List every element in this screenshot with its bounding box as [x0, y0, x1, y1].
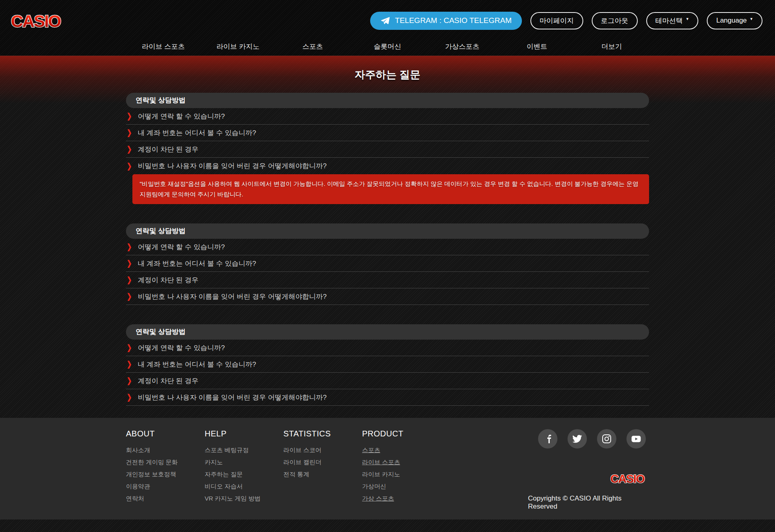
- chevron-right-icon: ❯: [127, 161, 132, 171]
- chevron-right-icon: ❯: [127, 275, 132, 285]
- chevron-right-icon: ❯: [127, 292, 132, 301]
- footer-link[interactable]: 회사소개: [126, 446, 150, 453]
- faq-question[interactable]: ❯ 어떻게 연락 할 수 있습니까?: [126, 340, 649, 356]
- nav-more[interactable]: 더보기: [574, 39, 649, 56]
- facebook-icon[interactable]: [538, 429, 557, 449]
- footer-link[interactable]: 가상머신: [362, 483, 386, 490]
- footer-link[interactable]: 연락처: [126, 495, 144, 502]
- telegram-button[interactable]: TELEGRAM : CASIO TELEGRAM: [370, 12, 522, 30]
- svg-text:CASIO: CASIO: [610, 472, 645, 485]
- faq-section-2: 연락및 상담방법 ❯ 어떻게 연락 할 수 있습니까? ❯ 내 계좌 번호는 어…: [126, 223, 649, 305]
- faq-question[interactable]: ❯ 비밀번호 나 사용자 이름을 잊어 버린 경우 어떻게해야합니까?: [126, 389, 649, 406]
- telegram-button-label: TELEGRAM : CASIO TELEGRAM: [395, 16, 512, 25]
- faq-question-text: 어떻게 연락 할 수 있습니까?: [138, 343, 225, 353]
- twitter-icon[interactable]: [568, 429, 587, 449]
- faq-answer-box: "비밀번호 재설정"옵션을 사용하여 웹 사이트에서 변경이 가능합니다. 이메…: [132, 174, 649, 204]
- main-nav: 라이브 스포츠 라이브 카지노 스포츠 슬롯머신 가상스포츠 이벤트 더보기: [126, 39, 649, 56]
- faq-question-text: 비밀번호 나 사용자 이름을 잊어 버린 경우 어떻게해야합니까?: [138, 161, 327, 171]
- logout-button[interactable]: 로그아웃: [592, 12, 638, 29]
- chevron-right-icon: ❯: [127, 242, 132, 252]
- footer-link[interactable]: VR 카지노 게임 방법: [205, 495, 260, 502]
- faq-section-header: 연락및 상담방법: [126, 324, 649, 340]
- faq-question[interactable]: ❯ 계정이 차단 된 경우: [126, 141, 649, 158]
- footer-link[interactable]: 가상 스포츠: [362, 495, 394, 502]
- footer-link[interactable]: 라이브 스코어: [283, 446, 321, 453]
- faq-question-text: 계정이 차단 된 경우: [138, 275, 199, 285]
- footer-column-about: ABOUT 회사소개 건전한 게이밍 문화 개인정보 보호정책 이용약관 연락처: [126, 429, 205, 511]
- faq-section-header: 연락및 상담방법: [126, 223, 649, 239]
- footer-link[interactable]: 라이브 스포츠: [362, 459, 400, 465]
- faq-question-expanded[interactable]: ❯ 비밀번호 나 사용자 이름을 잊어 버린 경우 어떻게해야합니까?: [126, 158, 649, 174]
- chevron-right-icon: ❯: [127, 343, 132, 353]
- nav-sports[interactable]: 스포츠: [275, 39, 350, 56]
- chevron-right-icon: ❯: [127, 376, 132, 386]
- footer-column-statistics: STATISTICS 라이브 스코어 라이브 캘린더 전적 통계: [283, 429, 362, 511]
- copyright-text: Copyrights © CASIO All Rights Reserved: [528, 494, 649, 511]
- chevron-right-icon: ❯: [127, 393, 132, 402]
- language-button[interactable]: Language ▼: [707, 12, 762, 29]
- footer-link[interactable]: 이용약관: [126, 483, 150, 490]
- footer-link[interactable]: 스포츠: [362, 446, 380, 453]
- footer-heading: ABOUT: [126, 429, 205, 438]
- footer-link[interactable]: 라이브 캘린더: [283, 459, 321, 465]
- footer-heading: HELP: [205, 429, 283, 438]
- footer-link[interactable]: 스포츠 베팅규정: [205, 446, 249, 453]
- faq-section-header: 연락및 상담방법: [126, 93, 649, 108]
- mypage-button[interactable]: 마이페이지: [530, 12, 583, 29]
- chevron-right-icon: ❯: [127, 145, 132, 154]
- faq-question-text: 내 계좌 번호는 어디서 볼 수 있습니까?: [138, 259, 256, 268]
- nav-virtual-sports[interactable]: 가상스포츠: [425, 39, 500, 56]
- faq-question[interactable]: ❯ 계정이 차단 된 경우: [126, 272, 649, 288]
- faq-question[interactable]: ❯ 내 계좌 번호는 어디서 볼 수 있습니까?: [126, 356, 649, 373]
- social-links: [528, 429, 649, 449]
- chevron-right-icon: ❯: [127, 360, 132, 369]
- caret-down-icon: ▼: [686, 17, 689, 21]
- footer-column-product: PRODUCT 스포츠 라이브 스포츠 라이브 카지노 가상머신 가상 스포츠: [362, 429, 441, 511]
- footer-link[interactable]: 건전한 게이밍 문화: [126, 459, 178, 465]
- faq-container: 연락및 상담방법 ❯ 어떻게 연락 할 수 있습니까? ❯ 내 계좌 번호는 어…: [126, 93, 649, 406]
- brand-logo-graphic: CASIO: [10, 9, 64, 32]
- page-title: 자주하는 질문: [0, 56, 775, 69]
- footer-link[interactable]: 개인정보 보호정책: [126, 471, 176, 478]
- faq-question-text: 계정이 차단 된 경우: [138, 376, 199, 386]
- footer-heading: PRODUCT: [362, 429, 441, 438]
- faq-question-text: 어떻게 연락 할 수 있습니까?: [138, 242, 225, 252]
- nav-slot-machine[interactable]: 슬롯머신: [350, 39, 425, 56]
- chevron-right-icon: ❯: [127, 112, 132, 121]
- theme-select-label: 테마선택: [656, 16, 683, 25]
- faq-question-text: 내 계좌 번호는 어디서 볼 수 있습니까?: [138, 128, 256, 138]
- nav-events[interactable]: 이벤트: [500, 39, 574, 56]
- faq-section-3: 연락및 상담방법 ❯ 어떻게 연락 할 수 있습니까? ❯ 내 계좌 번호는 어…: [126, 324, 649, 406]
- footer-link[interactable]: 라이브 카지노: [362, 471, 400, 478]
- caret-down-icon: ▼: [750, 17, 753, 21]
- theme-select-button[interactable]: 테마선택 ▼: [646, 12, 699, 29]
- faq-question[interactable]: ❯ 비밀번호 나 사용자 이름을 잊어 버린 경우 어떻게해야합니까?: [126, 288, 649, 305]
- faq-question[interactable]: ❯ 내 계좌 번호는 어디서 볼 수 있습니까?: [126, 255, 649, 272]
- site-footer: ABOUT 회사소개 건전한 게이밍 문화 개인정보 보호정책 이용약관 연락처…: [0, 418, 775, 519]
- site-header: CASIO TELEGRAM : CASIO TELEGRAM 마이페이지 로그…: [0, 0, 775, 56]
- chevron-right-icon: ❯: [127, 259, 132, 268]
- faq-question[interactable]: ❯ 계정이 차단 된 경우: [126, 373, 649, 389]
- faq-question-text: 내 계좌 번호는 어디서 볼 수 있습니까?: [138, 360, 256, 369]
- footer-link[interactable]: 카지노: [205, 459, 223, 465]
- chevron-right-icon: ❯: [127, 128, 132, 138]
- faq-question-text: 계정이 차단 된 경우: [138, 145, 199, 154]
- instagram-icon[interactable]: [597, 429, 616, 449]
- nav-live-sports[interactable]: 라이브 스포츠: [126, 39, 201, 56]
- header-actions: TELEGRAM : CASIO TELEGRAM 마이페이지 로그아웃 테마선…: [370, 12, 762, 30]
- youtube-icon[interactable]: [626, 429, 646, 449]
- footer-right-block: CASIO Copyrights © CASIO All Rights Rese…: [528, 429, 649, 511]
- footer-column-help: HELP 스포츠 베팅규정 카지노 자주하는 질문 비디오 자습서 VR 카지노…: [205, 429, 283, 511]
- logout-button-label: 로그아웃: [601, 16, 628, 25]
- footer-brand-logo: CASIO: [610, 470, 647, 488]
- footer-link[interactable]: 자주하는 질문: [205, 471, 243, 478]
- footer-link[interactable]: 전적 통계: [283, 471, 309, 478]
- telegram-plane-icon: [380, 16, 390, 25]
- nav-live-casino[interactable]: 라이브 카지노: [201, 39, 275, 56]
- footer-link[interactable]: 비디오 자습서: [205, 483, 243, 490]
- faq-question[interactable]: ❯ 내 계좌 번호는 어디서 볼 수 있습니까?: [126, 125, 649, 141]
- mypage-button-label: 마이페이지: [540, 16, 574, 25]
- faq-question[interactable]: ❯ 어떻게 연락 할 수 있습니까?: [126, 108, 649, 125]
- faq-question[interactable]: ❯ 어떻게 연락 할 수 있습니까?: [126, 239, 649, 255]
- brand-logo[interactable]: CASIO: [10, 9, 64, 32]
